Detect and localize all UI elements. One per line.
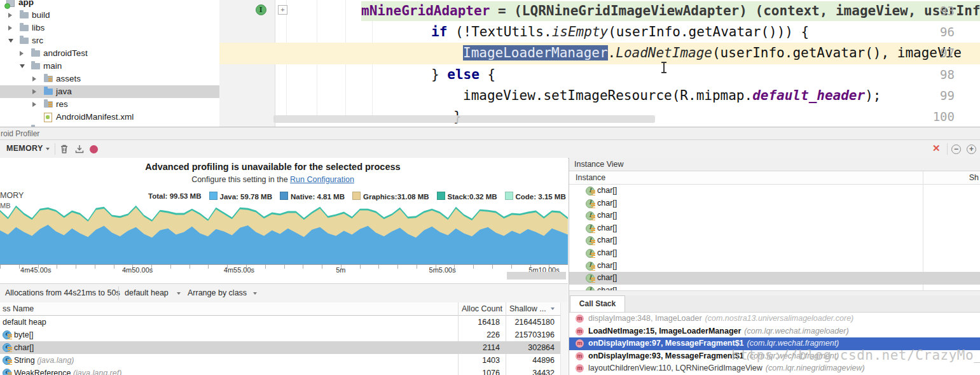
method-icon: m: [576, 352, 584, 360]
tree-item-label: AndroidManifest.xml: [56, 112, 134, 122]
instance-row[interactable]: char[]: [569, 247, 980, 260]
tree-item-libs[interactable]: libs: [0, 22, 219, 34]
code-token-selection: ImageLoaderManager: [463, 45, 608, 60]
code-line[interactable]: mNineGridAdapter = (LQRNineGridImageView…: [291, 1, 980, 22]
chevron-right-icon[interactable]: [20, 51, 24, 56]
folder-icon: [20, 38, 29, 44]
chevron-right-icon[interactable]: [32, 89, 36, 94]
instance-row[interactable]: char[]: [569, 209, 980, 222]
record-allocations-button[interactable]: [90, 145, 98, 153]
code-line[interactable]: ImageLoaderManager.LoadNetImage(userInfo…: [291, 43, 980, 64]
instance-label: char[]: [597, 248, 617, 257]
heap-dropdown[interactable]: default heap: [125, 288, 169, 297]
class-icon: [3, 343, 11, 352]
export-heap-dump-icon[interactable]: [74, 144, 85, 154]
chevron-right-icon[interactable]: [8, 25, 12, 31]
chevron-right-icon[interactable]: [32, 76, 36, 81]
tree-item-label: assets: [56, 74, 81, 83]
code-line[interactable]: imageView.setImageResource(R.mipmap.defa…: [291, 85, 980, 106]
instance-column-header[interactable]: Instance: [576, 173, 605, 182]
tree-item-build[interactable]: build: [0, 9, 219, 22]
arrange-dropdown[interactable]: Arrange by class: [188, 288, 247, 297]
table-scrollbar-track[interactable]: [560, 302, 568, 375]
tree-item-res[interactable]: res: [0, 98, 219, 111]
table-row[interactable]: WeakReference (java.lang.ref)107634432: [0, 367, 560, 375]
tree-item-main[interactable]: main: [0, 60, 219, 73]
timeline-tick-label: 5m5.00s: [429, 266, 456, 274]
table-row[interactable]: default heap16418216445180: [0, 316, 560, 329]
legend-swatch: [437, 192, 445, 200]
tree-item-label: src: [32, 36, 43, 45]
tree-item-assets[interactable]: assets: [0, 73, 219, 85]
editor-horizontal-scrollbar[interactable]: [273, 115, 655, 123]
tree-item-androidtest[interactable]: androidTest: [0, 47, 219, 60]
chevron-right-icon[interactable]: [8, 13, 12, 18]
close-icon[interactable]: ✕: [932, 143, 941, 154]
project-tree[interactable]: appbuildlibssrcandroidTestmainassetsjava…: [0, 0, 220, 127]
alloc-count-column-header[interactable]: Alloc Count: [462, 304, 502, 313]
code-token-text: }: [431, 67, 447, 82]
chevron-down-icon[interactable]: [20, 64, 25, 68]
code-line[interactable]: } else {: [291, 64, 980, 85]
code-token-field: mNineGridAdapter: [361, 3, 490, 18]
shallow-size-column-header[interactable]: Shallow ...: [509, 304, 546, 313]
instance-row[interactable]: char[]: [569, 234, 980, 247]
zoom-out-icon[interactable]: −: [951, 145, 961, 154]
fold-expand-icon[interactable]: +: [278, 5, 287, 15]
code-token-text: .: [608, 45, 616, 60]
legend-item: Code: 3.15 MB: [505, 192, 566, 201]
class-name-cell: WeakReference (java.lang.ref): [14, 369, 121, 375]
resources-folder-icon: [44, 76, 53, 82]
table-row[interactable]: byte[]226215703196: [0, 329, 560, 341]
class-name-cell: String (java.lang): [14, 356, 74, 365]
memory-dropdown[interactable]: MEMORY: [6, 144, 43, 153]
array-instance-icon: [586, 211, 595, 220]
tree-item-androidmanifest-xml[interactable]: AndroidManifest.xml: [0, 111, 219, 124]
chevron-down-icon[interactable]: [8, 39, 13, 43]
tree-item-app[interactable]: app: [0, 0, 219, 9]
instance-row[interactable]: char[]: [569, 197, 980, 210]
code-token-static: isEmpty: [552, 24, 609, 39]
timeline-scrollbar[interactable]: [507, 272, 566, 279]
java-folder-icon: [44, 88, 53, 95]
package-label: (com.lqr.wechat.imageloader): [744, 327, 848, 336]
method-icon: m: [576, 315, 584, 323]
android-profiler-tab[interactable]: roid Profiler: [1, 129, 39, 138]
instance-row[interactable]: char[]: [569, 272, 980, 285]
instance-row[interactable]: char[]: [569, 222, 980, 235]
chevron-right-icon[interactable]: [32, 102, 36, 107]
table-row[interactable]: char[]2114302864: [0, 341, 560, 354]
code-line[interactable]: if (!TextUtils.isEmpty(userInfo.getAvata…: [291, 22, 980, 43]
instance-row[interactable]: char[]: [569, 260, 980, 272]
legend-swatch: [505, 192, 513, 200]
legend-item: Java: 59.78 MB: [209, 192, 272, 201]
call-stack-row[interactable]: mLoadNetImage:15, ImageLoaderManager(com…: [569, 325, 980, 338]
trash-icon[interactable]: [59, 144, 69, 154]
chevron-down-icon: [46, 148, 50, 150]
zoom-in-icon[interactable]: +: [967, 145, 976, 154]
table-row[interactable]: String (java.lang)140344896: [0, 354, 560, 367]
instance-label: char[]: [597, 211, 617, 220]
legend-item: Native: 4.81 MB: [280, 192, 345, 201]
array-instance-icon: [586, 224, 595, 233]
tree-item-label: java: [56, 87, 72, 96]
implement-marker-icon[interactable]: [256, 4, 266, 15]
tree-item-java[interactable]: java: [0, 85, 219, 98]
code-editor[interactable]: 93+mNineGridAdapter = (LQRNineGridImageV…: [219, 0, 980, 127]
tree-item-src[interactable]: src: [0, 34, 219, 47]
instance-label: char[]: [597, 199, 617, 208]
array-instance-icon: [586, 249, 595, 258]
tree-item-label: res: [56, 99, 68, 109]
class-name-column-header[interactable]: ss Name: [3, 304, 34, 313]
chevron-down-icon: [253, 292, 257, 295]
call-stack-row[interactable]: mlayoutChildrenView:110, LQRNineGridImag…: [569, 362, 980, 375]
array-instance-icon: [586, 262, 595, 271]
call-stack-row[interactable]: mdisplayImage:348, ImageLoader(com.nostr…: [569, 313, 980, 325]
array-instance-icon: [586, 199, 595, 208]
tab-call-stack[interactable]: Call Stack: [570, 295, 625, 312]
run-configuration-link[interactable]: Run Configuration: [290, 175, 354, 184]
shallow-column-header[interactable]: Sh: [969, 173, 979, 182]
instance-row[interactable]: char[]: [569, 185, 980, 197]
package-label: (java.lang.ref): [71, 369, 121, 375]
memory-chart[interactable]: [0, 202, 568, 264]
